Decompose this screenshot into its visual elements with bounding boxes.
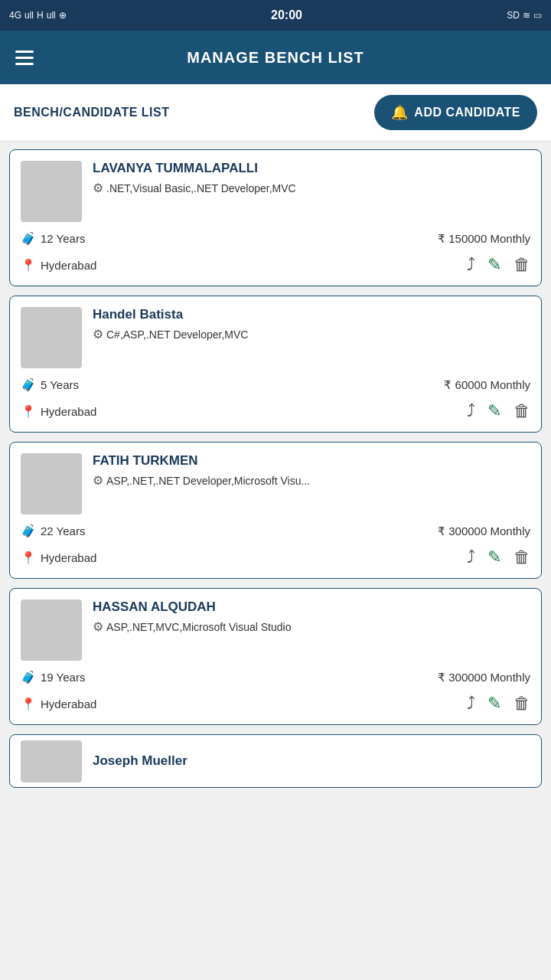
- share-icon[interactable]: ⤴: [467, 547, 475, 567]
- delete-icon[interactable]: 🗑: [514, 547, 530, 567]
- status-bar: 4G ull H ull ⊕ 20:00 SD ≋ ▭: [0, 0, 551, 31]
- page-title: MANAGE BENCH LIST: [49, 49, 502, 67]
- location: 📍 Hyderabad: [21, 258, 96, 273]
- salary-text: ₹ 300000 Monthly: [438, 671, 530, 684]
- edit-icon[interactable]: ✎: [487, 401, 501, 421]
- card-top: FATIH TURKMEN ⚙ ASP,.NET,.NET Developer,…: [21, 453, 530, 514]
- candidate-card: FATIH TURKMEN ⚙ ASP,.NET,.NET Developer,…: [9, 442, 542, 579]
- location-icon: 📍: [21, 697, 36, 711]
- location-text: Hyderabad: [41, 551, 96, 564]
- delete-icon[interactable]: 🗑: [514, 694, 530, 714]
- edit-icon[interactable]: ✎: [487, 547, 501, 567]
- skills-gear-icon: ⚙: [93, 619, 103, 634]
- experience-text: 19 Years: [41, 671, 85, 684]
- experience: 🧳 5 Years: [21, 377, 79, 392]
- location-text: Hyderabad: [41, 697, 96, 710]
- share-icon[interactable]: ⤴: [467, 694, 475, 714]
- salary: ₹ 60000 Monthly: [444, 378, 530, 392]
- skills-text: ASP,.NET,.NET Developer,Microsoft Visu..…: [106, 475, 310, 487]
- skills-text: C#,ASP,.NET Developer,MVC: [106, 328, 248, 341]
- location: 📍 Hyderabad: [21, 550, 96, 565]
- card-bottom: 📍 Hyderabad ⤴ ✎ 🗑: [21, 255, 530, 275]
- briefcase-icon: 🧳: [21, 524, 36, 538]
- skills-gear-icon: ⚙: [93, 473, 103, 488]
- delete-icon[interactable]: 🗑: [514, 401, 530, 421]
- location-icon: 📍: [21, 550, 36, 565]
- card-middle: 🧳 19 Years ₹ 300000 Monthly: [21, 667, 530, 688]
- card-info: FATIH TURKMEN ⚙ ASP,.NET,.NET Developer,…: [93, 453, 530, 488]
- card-middle: 🧳 12 Years ₹ 150000 Monthly: [21, 228, 530, 249]
- experience-text: 22 Years: [41, 524, 85, 537]
- card-top: HASSAN ALQUDAH ⚙ ASP,.NET,MVC,Microsoft …: [21, 599, 530, 661]
- hamburger-line: [15, 57, 34, 59]
- salary-text: ₹ 60000 Monthly: [444, 378, 530, 392]
- briefcase-icon: 🧳: [21, 231, 36, 246]
- edit-icon[interactable]: ✎: [487, 255, 501, 275]
- candidate-skills: ⚙ C#,ASP,.NET Developer,MVC: [93, 327, 530, 341]
- card-middle: 🧳 22 Years ₹ 300000 Monthly: [21, 521, 530, 541]
- card-actions: ⤴ ✎ 🗑: [467, 255, 530, 275]
- battery-icon: ▭: [533, 10, 542, 21]
- candidate-name: Joseph Mueller: [93, 753, 187, 769]
- card-bottom: 📍 Hyderabad ⤴ ✎ 🗑: [21, 694, 530, 714]
- delete-icon[interactable]: 🗑: [514, 255, 530, 275]
- location: 📍 Hyderabad: [21, 697, 96, 711]
- wifi-icon: ≋: [523, 10, 530, 21]
- candidate-skills: ⚙ .NET,Visual Basic,.NET Developer,MVC: [93, 181, 530, 195]
- experience: 🧳 12 Years: [21, 231, 85, 246]
- add-candidate-button[interactable]: 🔔 ADD CANDIDATE: [374, 95, 537, 130]
- candidate-name: Handel Batista: [93, 307, 530, 322]
- bell-icon: 🔔: [391, 104, 409, 121]
- location-text: Hyderabad: [41, 259, 96, 272]
- location-text: Hyderabad: [41, 405, 96, 418]
- avatar: [21, 161, 82, 222]
- card-actions: ⤴ ✎ 🗑: [467, 401, 530, 421]
- salary: ₹ 150000 Monthly: [438, 232, 530, 246]
- avatar: [21, 740, 82, 782]
- card-top: LAVANYA TUMMALAPALLI ⚙ .NET,Visual Basic…: [21, 161, 530, 222]
- salary: ₹ 300000 Monthly: [438, 524, 530, 538]
- sd-icon: SD: [507, 10, 520, 21]
- hamburger-menu[interactable]: [15, 51, 34, 65]
- briefcase-icon: 🧳: [21, 670, 36, 684]
- candidate-skills: ⚙ ASP,.NET,.NET Developer,Microsoft Visu…: [93, 473, 530, 488]
- experience: 🧳 22 Years: [21, 524, 85, 538]
- card-actions: ⤴ ✎ 🗑: [467, 547, 530, 567]
- network-icon: ull: [24, 10, 34, 21]
- share-icon[interactable]: ⤴: [467, 255, 475, 275]
- candidate-name: HASSAN ALQUDAH: [93, 599, 530, 615]
- experience-text: 12 Years: [41, 232, 85, 245]
- candidate-name: FATIH TURKMEN: [93, 453, 530, 469]
- card-info: Handel Batista ⚙ C#,ASP,.NET Developer,M…: [93, 307, 530, 341]
- skills-gear-icon: ⚙: [93, 327, 103, 341]
- avatar: [21, 453, 82, 514]
- card-info: LAVANYA TUMMALAPALLI ⚙ .NET,Visual Basic…: [93, 161, 530, 195]
- candidate-skills: ⚙ ASP,.NET,MVC,Microsoft Visual Studio: [93, 619, 530, 634]
- skills-gear-icon: ⚙: [93, 181, 103, 195]
- candidate-card: LAVANYA TUMMALAPALLI ⚙ .NET,Visual Basic…: [9, 149, 542, 286]
- hamburger-line: [15, 63, 34, 65]
- add-candidate-label: ADD CANDIDATE: [414, 106, 520, 119]
- toolbar: BENCH/CANDIDATE LIST 🔔 ADD CANDIDATE: [0, 84, 551, 142]
- signal-icon: 4G: [9, 10, 21, 21]
- location-icon: 📍: [21, 258, 36, 273]
- card-middle: 🧳 5 Years ₹ 60000 Monthly: [21, 374, 530, 395]
- edit-icon[interactable]: ✎: [487, 694, 501, 714]
- salary: ₹ 300000 Monthly: [438, 671, 530, 684]
- salary-text: ₹ 150000 Monthly: [438, 232, 530, 246]
- status-time: 20:00: [271, 8, 302, 22]
- experience-text: 5 Years: [41, 378, 79, 391]
- card-actions: ⤴ ✎ 🗑: [467, 694, 530, 714]
- skills-text: .NET,Visual Basic,.NET Developer,MVC: [106, 182, 296, 194]
- briefcase-icon: 🧳: [21, 377, 36, 392]
- skills-text: ASP,.NET,MVC,Microsoft Visual Studio: [106, 621, 291, 633]
- salary-text: ₹ 300000 Monthly: [438, 524, 530, 538]
- share-icon[interactable]: ⤴: [467, 401, 475, 421]
- usb-icon: ⊕: [59, 10, 67, 21]
- card-info: HASSAN ALQUDAH ⚙ ASP,.NET,MVC,Microsoft …: [93, 599, 530, 634]
- card-top: Handel Batista ⚙ C#,ASP,.NET Developer,M…: [21, 307, 530, 368]
- location: 📍 Hyderabad: [21, 404, 96, 419]
- header: MANAGE BENCH LIST: [0, 31, 551, 84]
- status-right: SD ≋ ▭: [507, 10, 542, 21]
- avatar: [21, 599, 82, 661]
